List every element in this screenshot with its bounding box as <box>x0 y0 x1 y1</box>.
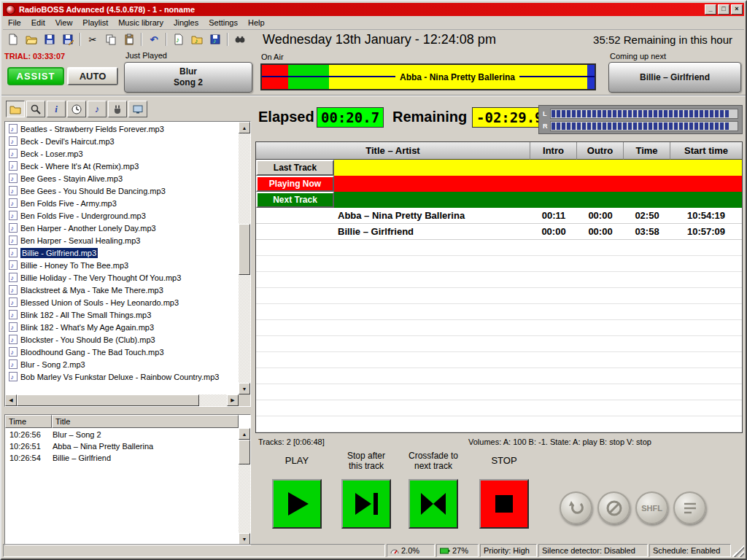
file-item[interactable]: ♪Blink 182 - What's My Age Again.mp3 <box>6 321 238 333</box>
music-note-icon[interactable]: ♪ <box>88 101 107 117</box>
crossfade-button[interactable] <box>409 479 458 529</box>
menu-item-file[interactable]: File <box>3 17 26 28</box>
capture-icon[interactable] <box>128 101 147 117</box>
scheduler-clock-icon[interactable] <box>67 101 86 117</box>
info-icon[interactable]: i <box>47 101 66 117</box>
next-track-row[interactable]: Next Track <box>256 192 742 208</box>
file-item[interactable]: ♪Blink 182 - All The Small Things.mp3 <box>6 308 238 321</box>
play-button[interactable] <box>272 479 322 529</box>
playlist-empty-row[interactable] <box>256 368 742 384</box>
playing-now-row[interactable]: Playing Now <box>256 176 742 192</box>
column-intro[interactable]: Intro <box>530 142 577 160</box>
repeat-button[interactable] <box>560 491 592 524</box>
file-item[interactable]: ♪Bob Marley Vs Funkstar Deluxe - Rainbow… <box>6 370 238 383</box>
save-as-icon[interactable] <box>59 31 77 47</box>
save-icon[interactable] <box>41 31 58 47</box>
scroll-up-icon[interactable]: ▲ <box>239 122 250 133</box>
shuffle-button[interactable]: SHFL <box>635 491 668 524</box>
file-item[interactable]: ♪Blessed Union of Souls - Hey Leonardo.m… <box>6 296 238 308</box>
history-row[interactable]: 10:26:56Blur – Song 2 <box>6 429 238 440</box>
column-outro[interactable]: Outro <box>577 142 624 160</box>
last-track-row[interactable]: Last Track <box>256 160 742 176</box>
undo-icon[interactable]: ↶ <box>145 31 163 47</box>
file-list-vertical-scrollbar[interactable]: ▲ ▼ <box>239 122 250 394</box>
file-item[interactable]: ♪Billie - Honey To The Bee.mp3 <box>6 259 238 271</box>
file-item[interactable]: ♪Billie - Girlfriend.mp3 <box>6 246 238 259</box>
playlist-empty-row[interactable] <box>256 384 742 400</box>
file-item[interactable]: ♪Blockster - You Should Be (Club).mp3 <box>6 333 238 346</box>
scroll-left-icon[interactable]: ◀ <box>5 394 17 406</box>
file-item[interactable]: ♪Bloodhound Gang - The Bad Touch.mp3 <box>6 346 238 358</box>
auto-mode-button[interactable]: AUTO <box>67 67 118 85</box>
playlist-empty-row[interactable] <box>256 416 742 432</box>
file-list-horizontal-scrollbar[interactable]: ◀ ▶ <box>5 394 239 406</box>
coming-up-button[interactable]: Billie – Girlfriend <box>608 62 741 93</box>
playlist-empty-row[interactable] <box>256 336 742 352</box>
menu-item-jingles[interactable]: Jingles <box>169 17 204 28</box>
menu-item-edit[interactable]: Edit <box>26 17 50 28</box>
title-bar[interactable]: RadioBOSS Advanced (4.5.0.678) - 1 - non… <box>3 3 744 16</box>
playlist-save-icon[interactable]: ♪ <box>206 31 224 47</box>
history-row[interactable]: 10:26:51Abba – Nina Pretty Ballerina <box>6 440 238 452</box>
file-item[interactable]: ♪Ben Folds Five - Underground.mp3 <box>6 209 238 222</box>
scroll-right-icon[interactable]: ▶ <box>227 394 239 406</box>
playlist-empty-row[interactable] <box>256 240 742 256</box>
folders-tab-icon[interactable] <box>6 101 25 117</box>
resize-grip[interactable] <box>732 544 744 557</box>
file-item[interactable]: ♪Ben Harper - Another Lonely Day.mp3 <box>6 222 238 234</box>
copy-icon[interactable] <box>102 31 120 47</box>
playlist-track-row[interactable]: Billie – Girlfriend00:0000:0003:5810:57:… <box>256 224 742 240</box>
scroll-thumb[interactable] <box>239 440 250 464</box>
cut-icon[interactable]: ✂ <box>84 31 101 47</box>
no-fade-button[interactable] <box>597 491 630 524</box>
playlist-add-icon[interactable]: ♪ <box>170 31 187 47</box>
file-item[interactable]: ♪Blur - Song 2.mp3 <box>6 358 238 370</box>
playlist-empty-row[interactable] <box>256 288 742 304</box>
playlist-track-row[interactable]: Abba – Nina Pretty Ballerina00:1100:0002… <box>256 208 742 224</box>
stop-button[interactable] <box>479 479 529 529</box>
assist-mode-button[interactable]: ASSIST <box>7 67 64 85</box>
file-item[interactable]: ♪Bee Gees - Stayin Alive.mp3 <box>6 172 238 184</box>
paste-icon[interactable] <box>120 31 138 47</box>
just-played-button[interactable]: Blur Song 2 <box>124 62 252 93</box>
minimize-button[interactable]: _ <box>705 4 716 15</box>
column-title-artist[interactable]: Title – Artist <box>256 142 530 160</box>
file-item[interactable]: ♪Bee Gees - You Should Be Dancing.mp3 <box>6 184 238 197</box>
history-vertical-scrollbar[interactable]: ▲ ▼ <box>239 428 250 545</box>
menu-item-view[interactable]: View <box>50 17 78 28</box>
history-column-title[interactable]: Title <box>52 415 239 428</box>
column-time[interactable]: Time <box>624 142 670 160</box>
file-item[interactable]: ♪Ben Harper - Sexual Healing.mp3 <box>6 234 238 246</box>
queue-list-button[interactable] <box>673 491 706 524</box>
menu-item-playlist[interactable]: Playlist <box>77 17 113 28</box>
playlist-empty-row[interactable] <box>256 400 742 416</box>
menu-item-help[interactable]: Help <box>243 17 270 28</box>
maximize-button[interactable]: □ <box>718 4 729 15</box>
file-item[interactable]: ♪Beck - Devil's Haircut.mp3 <box>6 135 238 147</box>
menu-item-music-library[interactable]: Music library <box>113 17 169 28</box>
playlist-empty-row[interactable] <box>256 272 742 288</box>
file-item[interactable]: ♪Beatles - Strawberry Fields Forever.mp3 <box>6 122 238 135</box>
new-playlist-icon[interactable] <box>4 31 22 47</box>
open-icon[interactable] <box>23 31 40 47</box>
playlist-empty-row[interactable] <box>256 304 742 320</box>
menu-item-settings[interactable]: Settings <box>204 17 243 28</box>
scroll-up-icon[interactable]: ▲ <box>239 428 250 440</box>
search-icon[interactable] <box>26 101 45 117</box>
stop-after-track-button[interactable] <box>341 479 391 529</box>
file-item[interactable]: ♪Beck - Where It's At (Remix).mp3 <box>6 160 238 172</box>
file-item[interactable]: ♪Blackstreet & Mya - Take Me There.mp3 <box>6 284 238 296</box>
scroll-down-icon[interactable]: ▼ <box>239 533 250 545</box>
playlist-empty-row[interactable] <box>256 256 742 272</box>
history-column-time[interactable]: Time <box>5 415 52 428</box>
playlist-open-icon[interactable]: ♪ <box>188 31 206 47</box>
close-button[interactable]: × <box>731 4 743 15</box>
column-start-time[interactable]: Start time <box>670 142 742 160</box>
file-item[interactable]: ♪Billie Holiday - The Very Thought Of Yo… <box>6 271 238 284</box>
playlist-empty-row[interactable] <box>256 352 742 368</box>
scroll-down-icon[interactable]: ▼ <box>239 383 250 394</box>
on-air-progress-bar[interactable]: Abba - Nina Pretty Ballerina <box>260 63 596 90</box>
scroll-thumb[interactable] <box>17 394 199 406</box>
find-icon[interactable] <box>231 31 249 47</box>
plugin-icon[interactable] <box>108 101 127 117</box>
